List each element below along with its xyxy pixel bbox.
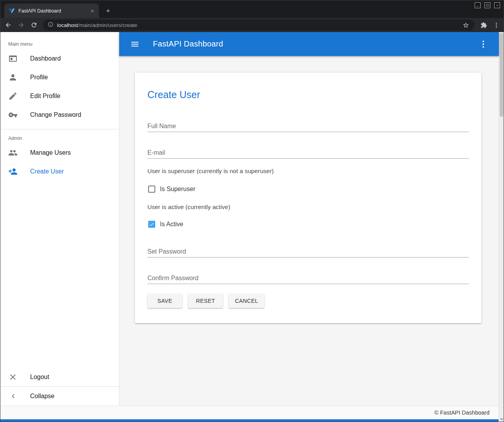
email-input[interactable] <box>147 147 469 159</box>
reset-button[interactable]: RESET <box>188 294 223 308</box>
sidebar-item-label: Edit Profile <box>30 93 60 100</box>
browser-menu-icon[interactable] <box>491 20 501 30</box>
sidebar-section-main-label: Main menu <box>0 32 119 49</box>
person-icon <box>8 73 18 82</box>
sidebar-item-label: Logout <box>30 374 49 381</box>
url-host: localhost <box>57 22 78 28</box>
confirm-password-input[interactable] <box>147 272 469 284</box>
hamburger-menu-icon[interactable] <box>128 37 142 51</box>
back-button[interactable] <box>3 20 13 30</box>
extensions-icon[interactable] <box>479 20 489 30</box>
browser-window: FastAPI Dashboard <box>0 0 504 422</box>
scrollbar-down-arrow[interactable] <box>500 418 503 420</box>
person-add-icon <box>8 167 18 176</box>
browser-navbar: localhost /main/admin/users/create <box>0 18 504 32</box>
is-active-row[interactable]: Is Active <box>147 220 469 229</box>
page-title: Create User <box>147 89 469 100</box>
minimize-button[interactable] <box>475 2 481 8</box>
footer-copyright: © FastAPI Dashboard <box>434 409 490 416</box>
page-info-icon[interactable] <box>48 21 54 29</box>
sidebar-item-dashboard[interactable]: Dashboard <box>0 49 119 68</box>
set-password-input[interactable] <box>147 246 469 257</box>
window-controls <box>475 2 500 8</box>
superuser-hint: User is superuser (currently is not a su… <box>147 167 469 175</box>
vuetify-logo-icon <box>9 8 15 14</box>
sidebar-item-label: Create User <box>30 168 64 175</box>
url-bar[interactable]: localhost /main/admin/users/create <box>43 20 475 30</box>
dashboard-icon <box>8 54 18 63</box>
tab-close-icon[interactable] <box>89 7 96 14</box>
close-button[interactable] <box>494 2 500 8</box>
full-name-input[interactable] <box>147 120 469 132</box>
bookmark-star-icon[interactable] <box>461 21 470 29</box>
url-path: /main/admin/users/create <box>78 22 137 28</box>
full-name-field <box>147 120 469 132</box>
sidebar-item-label: Manage Users <box>30 149 71 156</box>
cancel-button[interactable]: CANCEL <box>229 294 264 308</box>
confirm-password-field <box>147 272 469 284</box>
chevron-left-icon <box>9 392 18 401</box>
logout-x-icon <box>8 372 18 382</box>
maximize-button[interactable] <box>484 2 490 8</box>
footer-accent-bar <box>0 419 499 422</box>
key-icon <box>8 110 18 120</box>
email-field <box>147 147 469 159</box>
set-password-field <box>147 246 469 257</box>
scrollbar[interactable] <box>499 32 504 422</box>
sidebar-item-profile[interactable]: Profile <box>0 68 119 87</box>
scrollbar-thumb[interactable] <box>500 33 503 117</box>
sidebar-item-manage-users[interactable]: Manage Users <box>0 143 119 162</box>
save-button[interactable]: SAVE <box>147 294 182 308</box>
new-tab-button[interactable] <box>103 5 113 16</box>
is-active-checkbox[interactable] <box>148 221 155 228</box>
sidebar-section-admin-label: Admin <box>0 129 119 143</box>
tab-strip: FastAPI Dashboard <box>0 0 504 18</box>
sidebar-item-edit-profile[interactable]: Edit Profile <box>0 87 119 106</box>
sidebar-collapse-button[interactable]: Collapse <box>0 387 119 406</box>
tab-title: FastAPI Dashboard <box>18 8 89 14</box>
is-superuser-checkbox[interactable] <box>148 186 155 193</box>
main-content: Create User User is superuser (currently… <box>119 56 499 406</box>
sidebar-item-logout[interactable]: Logout <box>0 368 119 386</box>
check-icon <box>149 222 154 227</box>
form-buttons: SAVE RESET CANCEL <box>147 294 469 308</box>
sidebar-item-create-user[interactable]: Create User <box>0 162 119 181</box>
sidebar-item-label: Collapse <box>30 393 54 400</box>
active-hint: User is active (currently active) <box>147 203 469 211</box>
appbar-title: FastAPI Dashboard <box>153 39 223 48</box>
browser-tab[interactable]: FastAPI Dashboard <box>4 4 99 18</box>
is-superuser-row[interactable]: Is Superuser <box>147 184 469 194</box>
page-footer: © FastAPI Dashboard <box>0 406 499 419</box>
sidebar-item-label: Profile <box>30 74 48 81</box>
app-bar: FastAPI Dashboard <box>119 32 499 56</box>
forward-button[interactable] <box>16 20 26 30</box>
create-user-card: Create User User is superuser (currently… <box>135 73 481 323</box>
appbar-overflow-menu-icon[interactable] <box>476 37 490 51</box>
pencil-icon <box>8 91 18 101</box>
sidebar-item-label: Change Password <box>30 111 81 118</box>
sidebar-item-label: Dashboard <box>30 55 61 62</box>
reload-button[interactable] <box>29 20 39 30</box>
is-active-label: Is Active <box>160 221 183 228</box>
sidebar: Main menu Dashboard Profile Edit Profile… <box>0 32 119 406</box>
people-icon <box>8 148 18 157</box>
sidebar-item-change-password[interactable]: Change Password <box>0 106 119 124</box>
is-superuser-label: Is Superuser <box>160 186 196 193</box>
sidebar-bottom: Logout Collapse <box>0 368 119 406</box>
